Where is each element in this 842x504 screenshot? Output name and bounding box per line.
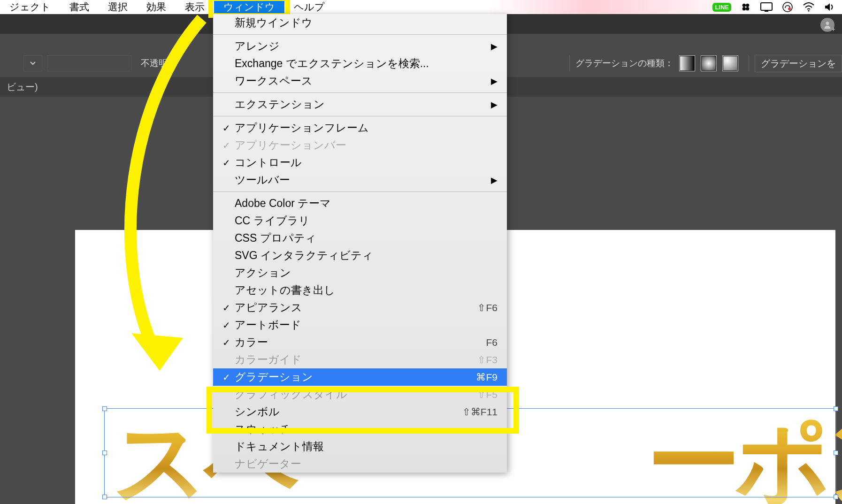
menu-item-label: スウォッチ: [235, 422, 498, 436]
menu-item-label: ナビゲーター: [235, 457, 498, 471]
svg-point-9: [826, 22, 829, 25]
svg-rect-4: [761, 3, 772, 10]
menu-item-label: Adobe Color テーマ: [235, 196, 498, 211]
gradient-edit-button[interactable]: グラデーションを: [755, 55, 842, 72]
divider: [569, 55, 570, 71]
handle-top-right[interactable]: [834, 406, 838, 411]
menu-format[interactable]: 書式: [60, 0, 99, 14]
menu-item-label: グラデーション: [235, 370, 476, 384]
menu-item[interactable]: ✓カラーF6: [213, 334, 507, 351]
menu-effect[interactable]: 効果: [137, 0, 176, 14]
svg-rect-5: [765, 11, 768, 12]
menu-shortcut: ⇧F5: [477, 389, 498, 400]
menu-item-label: シンボル: [235, 405, 462, 419]
handle-top-left[interactable]: [102, 406, 107, 411]
color-swatch-box[interactable]: [47, 55, 131, 71]
profile-icon[interactable]: [820, 18, 834, 32]
menu-item[interactable]: アクション: [213, 264, 507, 282]
menu-help[interactable]: ヘルプ: [284, 0, 334, 14]
menu-item-label: グラフィックスタイル: [235, 387, 477, 402]
menu-item[interactable]: Exchange でエクステンションを検索...: [213, 55, 507, 72]
menu-item-label: アピアランス: [235, 300, 477, 315]
menu-separator: [213, 191, 507, 192]
menu-item[interactable]: ナビゲーター: [213, 455, 507, 473]
tray-cc-icon[interactable]: [782, 1, 793, 13]
tray-display-icon[interactable]: [760, 2, 773, 12]
document-tab[interactable]: ビュー): [7, 81, 38, 93]
menu-item[interactable]: 新規ウインドウ: [213, 14, 507, 31]
menu-item[interactable]: ✓アピアランス⇧F6: [213, 299, 507, 316]
handle-bottom-left[interactable]: [102, 495, 107, 499]
menu-item[interactable]: CSS プロパティ: [213, 229, 507, 247]
menu-item-label: SVG インタラクティビティ: [235, 248, 498, 263]
mac-menubar: ジェクト 書式 選択 効果 表示 ウィンドウ ヘルプ LINE: [0, 0, 842, 14]
menu-item[interactable]: CC ライブラリ: [213, 212, 507, 229]
menu-separator: [213, 116, 507, 116]
svg-point-6: [783, 2, 792, 12]
opacity-label: 不透明度: [141, 57, 176, 69]
line-app-icon[interactable]: LINE: [712, 3, 731, 12]
svg-point-8: [808, 10, 809, 11]
check-icon: ✓: [222, 337, 235, 348]
menu-item[interactable]: アレンジ▶: [213, 38, 507, 55]
check-icon: ✓: [222, 302, 235, 313]
check-icon: ✓: [222, 140, 235, 151]
menu-object[interactable]: ジェクト: [0, 0, 60, 14]
svg-point-3: [746, 7, 749, 10]
menu-item[interactable]: グラフィックスタイル⇧F5: [213, 386, 507, 403]
menu-window[interactable]: ウィンドウ: [214, 0, 284, 14]
menu-item[interactable]: ✓アプリケーションフレーム: [213, 119, 507, 137]
menu-item[interactable]: アセットの書き出し: [213, 282, 507, 299]
check-icon: ✓: [222, 320, 235, 331]
menu-select[interactable]: 選択: [99, 0, 137, 14]
menu-item-label: アレンジ: [235, 39, 491, 53]
menu-item[interactable]: ✓グラデーション⌘F9: [213, 368, 507, 386]
tray-wifi-icon[interactable]: [803, 2, 815, 12]
menu-item-label: アセットの書き出し: [235, 283, 498, 298]
menu-view[interactable]: 表示: [176, 0, 214, 14]
gradient-freeform-swatch[interactable]: [722, 55, 738, 71]
submenu-arrow-icon: ▶: [491, 99, 498, 110]
menu-item-label: エクステンション: [235, 97, 491, 112]
menu-shortcut: F6: [486, 337, 498, 348]
menu-item[interactable]: Adobe Color テーマ: [213, 195, 507, 212]
submenu-arrow-icon: ▶: [491, 175, 498, 185]
menu-item-label: カラーガイド: [235, 352, 477, 367]
tray-volume-icon[interactable]: [824, 2, 835, 12]
gradient-linear-swatch[interactable]: [679, 55, 695, 71]
menu-item-label: Exchange でエクステンションを検索...: [235, 56, 498, 71]
menu-item[interactable]: カラーガイド⇧F3: [213, 351, 507, 368]
menu-item[interactable]: シンボル⇧⌘F11: [213, 403, 507, 420]
menu-item-label: アクション: [235, 266, 498, 280]
menu-item-label: 新規ウインドウ: [235, 15, 498, 30]
svg-point-0: [742, 4, 746, 7]
menu-separator: [213, 34, 507, 35]
menu-item-label: ツールバー: [235, 173, 491, 187]
check-icon: ✓: [222, 122, 235, 134]
submenu-arrow-icon: ▶: [491, 76, 498, 86]
style-dropdown[interactable]: [23, 55, 42, 71]
menu-shortcut: ⇧⌘F11: [462, 406, 498, 418]
menu-item[interactable]: ✓コントロール: [213, 154, 507, 171]
svg-point-1: [746, 4, 749, 7]
menu-item[interactable]: ワークスペース▶: [213, 72, 507, 90]
handle-mid-left[interactable]: [102, 451, 107, 455]
system-tray: LINE: [712, 1, 842, 13]
menu-item[interactable]: ツールバー▶: [213, 171, 507, 189]
menu-item-label: CC ライブラリ: [235, 214, 498, 228]
menu-separator: [213, 92, 507, 93]
window-menu-dropdown: 新規ウインドウアレンジ▶Exchange でエクステンションを検索...ワークス…: [213, 14, 507, 473]
menu-item[interactable]: SVG インタラクティビティ: [213, 247, 507, 264]
gradient-type-label: グラデーションの種類：: [575, 57, 674, 69]
menu-item[interactable]: エクステンション▶: [213, 96, 507, 113]
menu-item[interactable]: ✓アートボード: [213, 316, 507, 334]
gradient-radial-swatch[interactable]: [701, 55, 717, 71]
handle-mid-right[interactable]: [834, 451, 838, 455]
menu-item-label: ドキュメント情報: [235, 439, 498, 454]
tray-clover-icon[interactable]: [741, 2, 751, 12]
menu-item[interactable]: スウォッチ: [213, 420, 507, 438]
menu-item-label: アプリケーションバー: [235, 138, 498, 153]
handle-bottom-right[interactable]: [834, 495, 838, 499]
menu-item[interactable]: ドキュメント情報: [213, 438, 507, 455]
menu-item-label: カラー: [235, 335, 486, 350]
